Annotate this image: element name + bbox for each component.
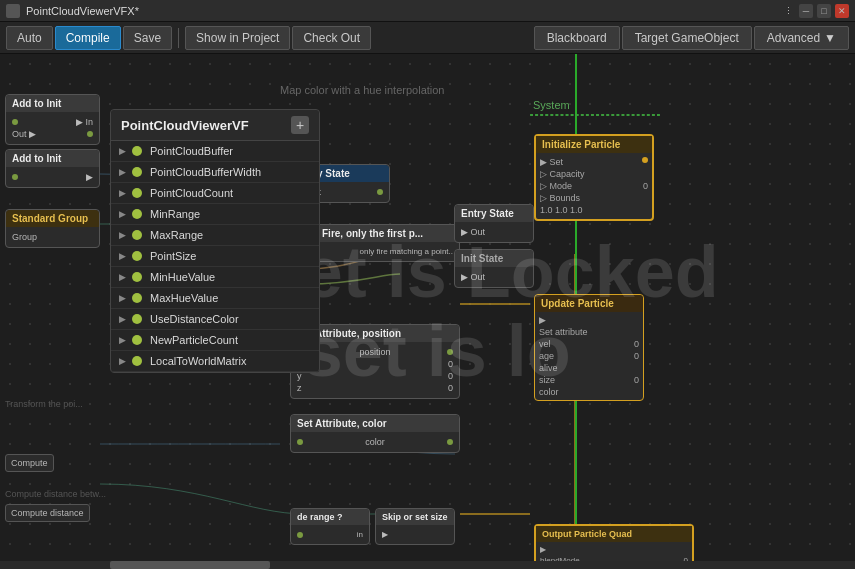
check-out-button[interactable]: Check Out <box>292 26 371 50</box>
scrollbar-thumb[interactable] <box>110 561 270 569</box>
toolbar-right: Blackboard Target GameObject Advanced ▼ <box>534 26 849 50</box>
node-card-mid4[interactable]: Set Attribute, color color <box>290 414 460 453</box>
node-header: Add to Init <box>6 150 99 167</box>
maximize-button[interactable]: □ <box>817 4 831 18</box>
graph-canvas[interactable]: Map color with a hue interpolation Add t… <box>0 54 855 569</box>
blackboard-item-5[interactable]: ▶ PointSize <box>111 246 319 267</box>
blackboard-title: PointCloudViewerVF <box>121 118 249 133</box>
app-icon <box>6 4 20 18</box>
node-body: Group <box>6 227 99 247</box>
blackboard-item-label: PointCloudBufferWidth <box>150 166 261 178</box>
blackboard-item-7[interactable]: ▶ MaxHueValue <box>111 288 319 309</box>
window-title: PointCloudViewerVFX* <box>26 5 139 17</box>
toolbar: Auto Compile Save Show in Project Check … <box>0 22 855 54</box>
horizontal-scrollbar[interactable] <box>0 561 855 569</box>
advanced-arrow-icon: ▼ <box>824 31 836 45</box>
blackboard-add-button[interactable]: + <box>291 116 309 134</box>
blackboard-item-1[interactable]: ▶ PointCloudBufferWidth <box>111 162 319 183</box>
blackboard-item-label: MaxRange <box>150 229 203 241</box>
blackboard-item-3[interactable]: ▶ MinRange <box>111 204 319 225</box>
menu-button[interactable]: ⋮ <box>781 4 795 18</box>
expand-arrow-icon: ▶ <box>119 209 126 219</box>
node-card-r2[interactable]: Init State ▶ Out <box>454 249 534 288</box>
blackboard-item-10[interactable]: ▶ LocalToWorldMatrix <box>111 351 319 372</box>
blackboard-item-label: NewParticleCount <box>150 334 238 346</box>
init-particle-body: ▶ Set ▷ Capacity ▷ Mode0 ▷ Bounds 1.0 1.… <box>536 153 652 219</box>
expand-arrow-icon: ▶ <box>119 314 126 324</box>
hint-text: Map color with a hue interpolation <box>280 84 444 96</box>
expand-arrow-icon: ▶ <box>119 251 126 261</box>
blackboard-item-label: PointCloudCount <box>150 187 233 199</box>
blackboard-item-8[interactable]: ▶ UseDistanceColor <box>111 309 319 330</box>
node-header: Set Attribute, color <box>291 415 459 432</box>
expand-arrow-icon: ▶ <box>119 188 126 198</box>
init-particle-node[interactable]: Initialize Particle ▶ Set ▷ Capacity ▷ M… <box>534 134 654 221</box>
expand-arrow-icon: ▶ <box>119 146 126 156</box>
advanced-button[interactable]: Advanced ▼ <box>754 26 849 50</box>
dot-icon <box>132 272 142 282</box>
expand-arrow-icon: ▶ <box>119 335 126 345</box>
update-node[interactable]: Update Particle ▶ Set attribute vel0 age… <box>534 294 644 401</box>
save-button[interactable]: Save <box>123 26 172 50</box>
blackboard-item-6[interactable]: ▶ MinHueValue <box>111 267 319 288</box>
node-card-spawn1[interactable]: de range ? in <box>290 508 370 545</box>
blackboard-item-label: UseDistanceColor <box>150 313 239 325</box>
output-particle-header: Output Particle Quad <box>536 526 692 542</box>
blackboard-items: ▶ PointCloudBuffer ▶ PointCloudBufferWid… <box>111 141 319 372</box>
node-header: Standard Group <box>6 210 99 227</box>
close-button[interactable]: ✕ <box>835 4 849 18</box>
title-bar: PointCloudViewerVFX* ⋮ ─ □ ✕ <box>0 0 855 22</box>
minimize-button[interactable]: ─ <box>799 4 813 18</box>
separator <box>178 28 179 48</box>
compile-button[interactable]: Compile <box>55 26 121 50</box>
dot-icon <box>132 167 142 177</box>
dot-icon <box>132 335 142 345</box>
node-card-tl3[interactable]: Standard Group Group <box>5 209 100 248</box>
node-card-spawn2[interactable]: Skip or set size ▶ <box>375 508 455 545</box>
small-node-bl1[interactable]: Compute <box>5 454 54 472</box>
blackboard-button[interactable]: Blackboard <box>534 26 620 50</box>
node-body: ▶ In Out ▶ <box>6 112 99 144</box>
window-controls: ⋮ ─ □ ✕ <box>781 4 849 18</box>
small-node-bl2[interactable]: Compute distance <box>5 504 90 522</box>
blackboard-item-4[interactable]: ▶ MaxRange <box>111 225 319 246</box>
blackboard-item-label: LocalToWorldMatrix <box>150 355 246 367</box>
system-node: System <box>530 114 660 116</box>
dot-icon <box>132 293 142 303</box>
node-card-r1[interactable]: Entry State ▶ Out <box>454 204 534 243</box>
graph-label-1: Transform the poi... <box>5 399 83 409</box>
update-node-body: ▶ Set attribute vel0 age0 alive size0 co… <box>535 312 643 400</box>
dot-icon <box>132 230 142 240</box>
expand-arrow-icon: ▶ <box>119 167 126 177</box>
node-card-tl2[interactable]: Add to Init ▶ <box>5 149 100 188</box>
blackboard-header: PointCloudViewerVF + <box>111 110 319 141</box>
dot-icon <box>132 188 142 198</box>
expand-arrow-icon: ▶ <box>119 293 126 303</box>
auto-button[interactable]: Auto <box>6 26 53 50</box>
blackboard-item-label: MinHueValue <box>150 271 215 283</box>
node-header: Init State <box>455 250 533 267</box>
blackboard-item-label: MinRange <box>150 208 200 220</box>
blackboard-item-9[interactable]: ▶ NewParticleCount <box>111 330 319 351</box>
blackboard-item-label: PointCloudBuffer <box>150 145 233 157</box>
blackboard-item-label: PointSize <box>150 250 196 262</box>
dot-icon <box>132 314 142 324</box>
expand-arrow-icon: ▶ <box>119 230 126 240</box>
dot-icon <box>132 146 142 156</box>
target-gameobject-button[interactable]: Target GameObject <box>622 26 752 50</box>
dot-icon <box>132 209 142 219</box>
advanced-label: Advanced <box>767 31 820 45</box>
blackboard-item-2[interactable]: ▶ PointCloudCount <box>111 183 319 204</box>
dot-icon <box>132 356 142 366</box>
dot-icon <box>132 251 142 261</box>
init-particle-header: Initialize Particle <box>536 136 652 153</box>
blackboard-panel: PointCloudViewerVF + ▶ PointCloudBuffer … <box>110 109 320 373</box>
node-header: Add to Init <box>6 95 99 112</box>
node-header: Entry State <box>455 205 533 222</box>
blackboard-item-0[interactable]: ▶ PointCloudBuffer <box>111 141 319 162</box>
node-body: ▶ <box>6 167 99 187</box>
expand-arrow-icon: ▶ <box>119 356 126 366</box>
node-card-tl1[interactable]: Add to Init ▶ In Out ▶ <box>5 94 100 145</box>
expand-arrow-icon: ▶ <box>119 272 126 282</box>
show-in-project-button[interactable]: Show in Project <box>185 26 290 50</box>
